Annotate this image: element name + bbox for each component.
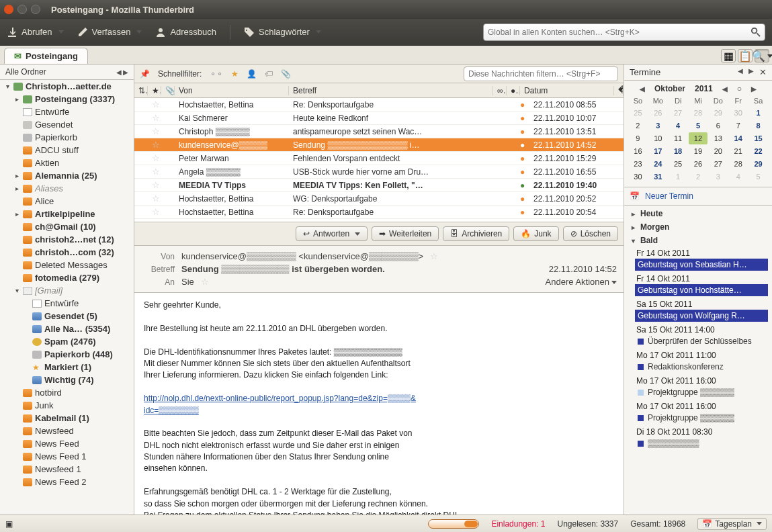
message-row[interactable]: ☆MEEDIA TV TippsMEEDIA TV Tipps: Ken Fol…: [134, 179, 624, 192]
agenda-item[interactable]: Geburtstag von Sebastian H…: [635, 259, 768, 271]
message-row[interactable]: ☆Hochstaetter, BettinaRe: Denksportaufga…: [134, 206, 624, 219]
message-row[interactable]: ☆Hochstaetter, BettinaRe: Denksportaufga…: [134, 98, 624, 112]
folder-node[interactable]: Spam (2476): [0, 335, 134, 348]
agenda-item[interactable]: Geburtstag von Hochstätte…: [635, 284, 768, 296]
sync-toggle[interactable]: [428, 519, 479, 529]
tags-button[interactable]: Schlagwörter: [244, 27, 321, 38]
recipient-star-icon[interactable]: ☆: [201, 277, 209, 287]
folder-node[interactable]: Newsfeed: [0, 425, 134, 437]
contact-filter-icon[interactable]: 👤: [247, 69, 257, 79]
calendar-day[interactable]: 2: [689, 171, 708, 183]
agenda-section[interactable]: ▾Bald: [624, 234, 772, 247]
calendar-day[interactable]: 2: [628, 120, 648, 132]
contact-star-icon[interactable]: ☆: [430, 251, 438, 261]
link-column[interactable]: ∞: [493, 86, 507, 95]
message-row[interactable]: ☆Peter MarwanFehlenden Vorspann entdeckt…: [134, 152, 624, 165]
folder-node[interactable]: Entwürfe: [0, 297, 134, 310]
folder-node[interactable]: ▸Aliases: [0, 182, 134, 195]
folder-node[interactable]: Gesendet: [0, 118, 134, 131]
calendar-day[interactable]: 22: [748, 145, 768, 157]
pin-icon[interactable]: 📌: [140, 69, 150, 79]
calendar-day[interactable]: 3: [708, 171, 728, 183]
folder-node[interactable]: christoh2…net (12): [0, 233, 134, 246]
calendar-day[interactable]: 31: [648, 171, 668, 183]
attachment-column[interactable]: 📎: [161, 86, 175, 95]
view-vertical-button[interactable]: 📋: [738, 49, 753, 62]
calendar-day[interactable]: 23: [628, 158, 648, 170]
agenda-section[interactable]: ▸Morgen: [624, 220, 772, 234]
get-mail-button[interactable]: Abrufen: [7, 27, 64, 38]
star-filter-icon[interactable]: ★: [231, 69, 239, 79]
agenda-section[interactable]: ▸Heute: [624, 207, 772, 220]
folder-node[interactable]: News Feed: [0, 437, 134, 450]
agenda-item[interactable]: Redaktionskonferenz: [635, 361, 768, 373]
calendar-day[interactable]: 30: [628, 171, 648, 183]
calendar-day[interactable]: 11: [669, 132, 688, 144]
agenda-item[interactable]: Projektgruppe ▒▒▒▒▒▒: [635, 386, 768, 398]
folder-node[interactable]: Aktien: [0, 157, 134, 169]
calendar-day[interactable]: 1: [748, 107, 768, 119]
calendar-day[interactable]: 1: [669, 171, 688, 183]
date-column[interactable]: Datum: [520, 86, 614, 95]
quick-filter-input[interactable]: [464, 66, 618, 81]
tracking-link[interactable]: http://nolp.dhl.de/nextt-online-public/r…: [144, 394, 416, 414]
calendar-day[interactable]: 7: [728, 120, 748, 132]
agenda-item[interactable]: Geburtstag von Wolfgang R…: [635, 310, 768, 322]
calendar-day[interactable]: 6: [708, 120, 728, 132]
calendar-day[interactable]: 26: [648, 107, 668, 119]
folder-node[interactable]: ADCU stuff: [0, 144, 134, 157]
calendar-day[interactable]: 8: [748, 120, 768, 132]
calendar-day[interactable]: 4: [728, 171, 748, 183]
calendar-day[interactable]: 18: [669, 145, 688, 157]
folder-node[interactable]: Alle Na… (5354): [0, 322, 134, 335]
calendar-day[interactable]: 3: [648, 120, 668, 132]
other-actions-button[interactable]: Andere Aktionen: [546, 277, 617, 287]
folder-node[interactable]: Gesendet (5): [0, 310, 134, 322]
compose-button[interactable]: Verfassen: [77, 27, 142, 38]
folder-node[interactable]: Deleted Messages: [0, 259, 134, 271]
folder-node[interactable]: hotbird: [0, 386, 134, 399]
view-classic-button[interactable]: ▦: [721, 49, 736, 62]
folder-node[interactable]: Junk: [0, 399, 134, 412]
star-column[interactable]: ★: [148, 86, 161, 95]
folder-node[interactable]: Alice: [0, 195, 134, 208]
calendar-day[interactable]: 25: [628, 107, 648, 119]
agenda-item[interactable]: ▒▒▒▒▒▒▒▒▒: [635, 437, 768, 449]
calendar-grid[interactable]: SoMoDiMiDoFrSa25262728293012345678910111…: [628, 95, 768, 183]
column-picker[interactable]: �田: [614, 85, 624, 96]
read-column[interactable]: ●: [507, 86, 520, 95]
folder-node[interactable]: christoh…com (32): [0, 246, 134, 259]
from-column[interactable]: Von: [175, 86, 289, 95]
calendar-day[interactable]: 9: [628, 132, 648, 144]
attachment-filter-icon[interactable]: 📎: [281, 69, 291, 79]
folder-node[interactable]: ★Markiert (1): [0, 361, 134, 373]
folder-node[interactable]: ch@Gmail (10): [0, 220, 134, 233]
new-event-button[interactable]: 📅 Neuer Termin: [624, 187, 772, 206]
folder-node[interactable]: ▸Alemannia (25): [0, 169, 134, 182]
addon-icon[interactable]: ▣: [5, 519, 13, 529]
month-prev-button[interactable]: ◀: [640, 85, 645, 93]
subject-column[interactable]: Betreff: [289, 86, 493, 95]
calendar-day[interactable]: 24: [648, 158, 668, 170]
calendar-day[interactable]: 29: [708, 107, 728, 119]
reply-button[interactable]: ↩Antworten: [296, 226, 368, 241]
calendar-day[interactable]: 12: [689, 132, 708, 144]
month-nav-prev[interactable]: ◀: [722, 85, 728, 93]
window-maximize-button[interactable]: [31, 5, 40, 14]
folder-next-button[interactable]: ▶: [123, 69, 128, 76]
message-row[interactable]: ☆kundenservice@▒▒▒▒▒Sendung ▒▒▒▒▒▒▒▒▒▒▒▒…: [134, 138, 624, 152]
folder-node[interactable]: News Feed 2: [0, 476, 134, 488]
folder-tree[interactable]: ▾Christoph…aetter.de▸Posteingang (3337)E…: [0, 80, 134, 515]
message-row[interactable]: ☆Christoph ▒▒▒▒▒▒antispameurope setzt se…: [134, 125, 624, 138]
cal-prev-button[interactable]: ◀: [738, 67, 743, 77]
thread-column[interactable]: ⇅: [134, 86, 148, 95]
calendar-day[interactable]: 26: [689, 158, 708, 170]
calendar-day[interactable]: 15: [748, 132, 768, 144]
calendar-day[interactable]: 19: [689, 145, 708, 157]
folder-node[interactable]: Papierkorb: [0, 131, 134, 144]
agenda-list[interactable]: ▸Heute▸Morgen▾BaldFr 14 Okt 2011Geburtst…: [624, 206, 772, 515]
calendar-day[interactable]: 27: [669, 107, 688, 119]
calendar-day[interactable]: 28: [728, 158, 748, 170]
calendar-day[interactable]: 14: [728, 132, 748, 144]
search-view-button[interactable]: 🔍: [755, 49, 769, 62]
